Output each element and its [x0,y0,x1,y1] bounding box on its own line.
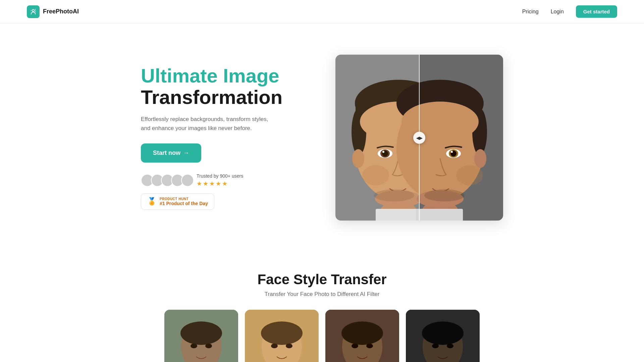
stars: ★ ★ ★ ★ ★ [197,180,243,187]
image-compare-wrapper[interactable]: ◀▶ [335,55,503,221]
svg-point-48 [341,321,383,345]
face-style-card[interactable] [245,310,319,362]
ph-label: PRODUCT HUNT [160,197,208,201]
trust-text-block: Trusted by 900+ users ★ ★ ★ ★ ★ [197,173,243,187]
svg-point-39 [191,344,197,348]
start-now-button[interactable]: Start now → [141,143,201,163]
product-hunt-badge[interactable]: 🏅 PRODUCT HUNT #1 Product of the Day [141,193,214,210]
trust-text: Trusted by 900+ users [197,173,243,179]
svg-point-17 [362,165,389,185]
hero-text-block: Ultimate Image Transformation Effortless… [141,65,302,210]
face-style-cards [0,310,644,362]
hero-title-line2: Transformation [141,86,282,108]
get-started-button[interactable]: Get started [576,5,617,18]
svg-point-28 [451,151,453,153]
star-1: ★ [197,180,202,187]
hero-section: Ultimate Image Transformation Effortless… [0,23,644,251]
face-style-subtitle: Transfer Your Face Photo to Different AI… [0,291,644,298]
navbar: FreePhotoAI Pricing Login Get started [0,0,644,23]
svg-point-43 [261,321,303,345]
hero-title-line1: Ultimate Image [141,65,279,86]
svg-point-49 [352,344,358,348]
logo-icon [27,5,40,18]
face-comparison-svg: ◀▶ [335,55,503,221]
svg-point-54 [432,344,439,348]
avatar [181,174,194,187]
svg-point-13 [382,151,384,153]
logo-text: FreePhotoAI [43,8,79,15]
face-style-title: Face Style Transfer [0,272,644,288]
svg-point-24 [401,102,479,142]
start-now-label: Start now [153,149,180,157]
svg-point-31 [474,149,486,168]
svg-point-44 [271,344,278,348]
nav-links: Pricing Login Get started [522,5,617,18]
face-style-card[interactable] [325,310,399,362]
arrow-icon: → [183,149,189,157]
hero-image: ◀▶ [335,55,503,221]
svg-text:◀▶: ◀▶ [416,136,423,140]
star-5: ★ [222,180,227,187]
face-style-card[interactable] [164,310,238,362]
nav-pricing[interactable]: Pricing [522,9,539,15]
svg-point-30 [424,189,465,201]
medal-icon: 🏅 [147,197,156,206]
svg-point-40 [205,344,212,348]
svg-point-0 [32,9,34,11]
svg-point-50 [366,344,373,348]
svg-point-15 [374,189,414,201]
face-style-card[interactable] [406,310,480,362]
social-proof: Trusted by 900+ users ★ ★ ★ ★ ★ [141,173,302,187]
svg-point-32 [456,165,483,185]
svg-point-38 [180,321,222,345]
avatar-stack [141,174,191,187]
svg-point-45 [286,344,292,348]
hero-subtitle: Effortlessly replace backgrounds, transf… [141,115,275,133]
star-2: ★ [203,180,208,187]
ph-title: #1 Product of the Day [160,201,208,206]
ph-text-block: PRODUCT HUNT #1 Product of the Day [160,197,208,206]
svg-point-53 [422,321,464,345]
svg-rect-19 [416,209,463,221]
svg-point-55 [447,344,453,348]
logo-link[interactable]: FreePhotoAI [27,5,79,18]
face-style-section: Face Style Transfer Transfer Your Face P… [0,251,644,362]
star-3: ★ [209,180,215,187]
svg-rect-4 [376,209,423,221]
svg-point-16 [352,149,364,168]
star-4: ★ [216,180,221,187]
nav-login[interactable]: Login [551,9,564,15]
